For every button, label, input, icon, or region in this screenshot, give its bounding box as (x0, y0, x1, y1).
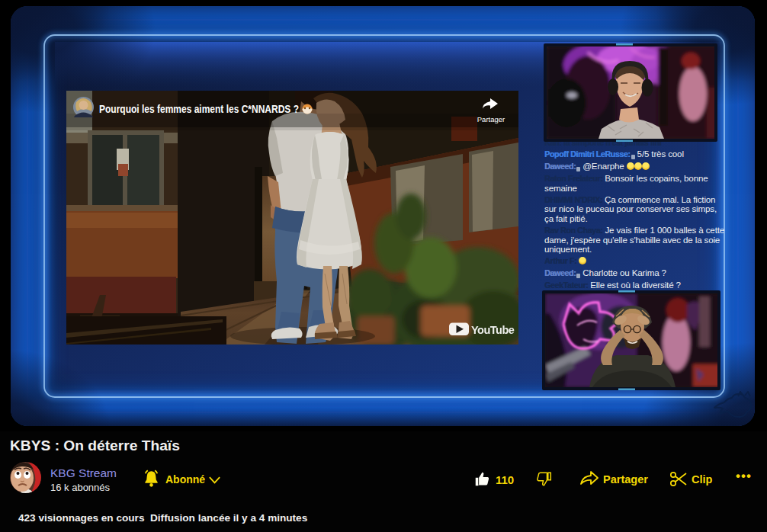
svg-text:Pourquoi les femmes aiment les: Pourquoi les femmes aiment les C*NNARDS … (99, 102, 299, 115)
svg-text:Partager: Partager (477, 115, 505, 123)
svg-text:YouTube: YouTube (471, 324, 515, 336)
